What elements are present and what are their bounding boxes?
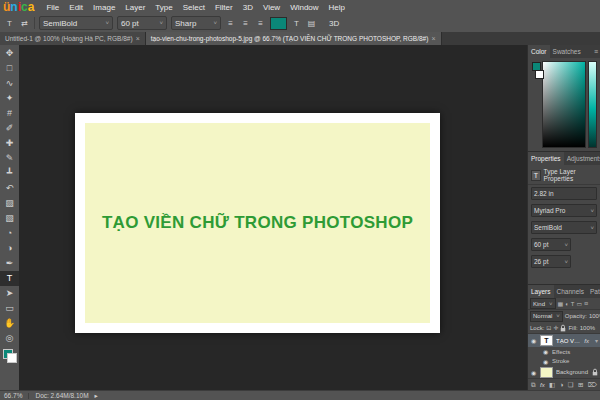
tab-adjustments[interactable]: Adjustments — [564, 152, 600, 165]
anti-alias-select[interactable]: Sharp ˅ — [171, 16, 221, 30]
filter-adjustment-icon[interactable]: ◐ — [565, 301, 569, 307]
font-style-select[interactable]: SemiBold ˅ — [39, 16, 113, 30]
type-tool[interactable]: T — [0, 271, 19, 286]
text-color-swatch[interactable] — [270, 17, 287, 30]
menu-file[interactable]: File — [41, 3, 64, 12]
blend-mode-select[interactable]: Normal ˅ — [530, 311, 563, 322]
brush-tool[interactable]: ✎ — [0, 151, 19, 166]
menu-select[interactable]: Select — [178, 3, 210, 12]
triangle-down-icon[interactable]: ▾ — [595, 337, 598, 344]
panel-menu-icon[interactable]: ≡ — [592, 45, 600, 58]
add-mask-icon[interactable]: ◧ — [549, 381, 555, 389]
menu-window[interactable]: Window — [285, 3, 323, 12]
transform-width-field[interactable]: 2.82 in — [531, 187, 597, 200]
gradient-tool[interactable]: ▧ — [0, 211, 19, 226]
toggle-panels-icon[interactable]: ▤ — [306, 19, 317, 28]
visibility-eye-icon[interactable]: ◉ — [542, 358, 549, 365]
hue-slider[interactable] — [588, 61, 597, 148]
warp-text-icon[interactable]: T — [291, 19, 302, 28]
close-icon[interactable]: × — [431, 35, 435, 42]
doc-tab-active[interactable]: tạo-vien-chu-trong-photoshop-5.jpg @ 66.… — [146, 32, 442, 45]
shape-tool[interactable]: ▭ — [0, 301, 19, 316]
tool-preset-icon[interactable]: T — [4, 19, 15, 28]
visibility-eye-icon[interactable]: ◉ — [530, 369, 537, 376]
menu-layer[interactable]: Layer — [120, 3, 150, 12]
menu-edit[interactable]: Edit — [64, 3, 88, 12]
font-style-select-props[interactable]: SemiBold ˅ — [531, 221, 597, 234]
align-left-icon[interactable]: ≡ — [225, 19, 236, 28]
align-right-icon[interactable]: ≡ — [255, 19, 266, 28]
dodge-tool[interactable]: ◑ — [0, 241, 19, 256]
lock-position-icon[interactable]: ✛ — [553, 324, 558, 331]
doc-tab-untitled[interactable]: Untitled-1 @ 100% (Hoàng Hà PC, RGB/8#) … — [0, 32, 146, 45]
leading-row: 26 pt ˅ — [528, 253, 600, 270]
hand-tool[interactable]: ✋ — [0, 316, 19, 331]
new-layer-icon[interactable]: ⊞ — [578, 381, 583, 389]
menu-help[interactable]: Help — [324, 3, 350, 12]
healing-brush-tool[interactable]: ✚ — [0, 136, 19, 151]
background-color-chip[interactable] — [7, 353, 17, 363]
tab-layers[interactable]: Layers — [528, 285, 554, 298]
canvas-area[interactable]: TẠO VIỀN CHỮ TRONG PHOTOSHOP — [19, 45, 528, 391]
filter-pixel-icon[interactable]: ▦ — [558, 300, 564, 307]
menu-view[interactable]: View — [258, 3, 285, 12]
close-icon[interactable]: × — [136, 35, 140, 42]
crop-tool[interactable]: # — [0, 106, 19, 121]
layer-row-effects[interactable]: ◉ Effects — [528, 347, 600, 357]
saturation-brightness-gradient[interactable] — [542, 61, 586, 148]
font-size-field[interactable]: 60 pt ˅ — [531, 238, 571, 251]
workspace-3d-label[interactable]: 3D — [329, 19, 339, 28]
mini-background-chip[interactable] — [535, 70, 544, 79]
menu-type[interactable]: Type — [150, 3, 177, 12]
chevron-down-icon: ˅ — [590, 208, 594, 214]
new-group-icon[interactable]: ❏ — [568, 381, 574, 389]
layer-row-stroke[interactable]: ◉ Stroke — [528, 356, 600, 366]
menu-3d[interactable]: 3D — [238, 3, 258, 12]
eraser-tool[interactable]: ▨ — [0, 196, 19, 211]
filter-smart-icon[interactable]: ⧈ — [584, 300, 588, 307]
history-brush-tool[interactable]: ↶ — [0, 181, 19, 196]
opacity-value[interactable]: 100% — [589, 313, 600, 319]
lock-icon[interactable] — [560, 324, 566, 332]
layer-row-text[interactable]: ◉ T TẠO VIỀN CHỮ TRONG... fx ▾ — [528, 334, 600, 346]
font-family-select[interactable]: Myriad Pro ˅ — [531, 204, 597, 217]
document-image[interactable]: TẠO VIỀN CHỮ TRONG PHOTOSHOP — [75, 113, 440, 333]
adjustment-layer-icon[interactable]: ◑ — [560, 381, 564, 388]
font-size-select[interactable]: 60 pt ˅ — [117, 16, 167, 30]
layer-style-icon[interactable]: fx — [540, 382, 545, 388]
marquee-tool[interactable]: □ — [0, 61, 19, 76]
filter-type-icon[interactable]: T — [571, 301, 575, 307]
tab-properties[interactable]: Properties — [528, 152, 564, 165]
delete-layer-icon[interactable]: ⌦ — [588, 381, 597, 389]
text-orientation-icon[interactable]: ⇄ — [19, 19, 30, 28]
zoom-tool[interactable]: ◎ — [0, 331, 19, 346]
menu-image[interactable]: Image — [88, 3, 120, 12]
tab-paths[interactable]: Paths — [587, 285, 600, 298]
lasso-tool[interactable]: ∿ — [0, 76, 19, 91]
blur-tool[interactable]: ◔ — [0, 226, 19, 241]
path-selection-tool[interactable]: ➤ — [0, 286, 19, 301]
fill-value[interactable]: 100% — [580, 325, 595, 331]
visibility-eye-icon[interactable]: ◉ — [530, 337, 537, 344]
filter-shape-icon[interactable]: ▭ — [577, 300, 583, 307]
move-tool[interactable]: ✥ — [0, 46, 19, 61]
link-layers-icon[interactable]: ⧉ — [531, 381, 536, 389]
tab-swatches[interactable]: Swatches — [550, 45, 584, 58]
kind-filter-select[interactable]: Kind ˅ — [530, 298, 556, 309]
lock-transparency-icon[interactable]: ⊡ — [546, 324, 551, 331]
clone-stamp-tool[interactable]: ┻ — [0, 166, 19, 181]
quick-selection-tool[interactable]: ✦ — [0, 91, 19, 106]
chevron-down-icon: ˅ — [549, 301, 553, 307]
menu-filter[interactable]: Filter — [210, 3, 238, 12]
layer-row-background[interactable]: ◉ Background — [528, 366, 600, 378]
pen-tool[interactable]: ✒ — [0, 256, 19, 271]
zoom-level[interactable]: 66.7% — [4, 392, 22, 399]
leading-field[interactable]: 26 pt ˅ — [531, 255, 571, 268]
tab-channels[interactable]: Channels — [554, 285, 587, 298]
fx-badge[interactable]: fx — [584, 338, 589, 344]
status-chevron-icon[interactable]: ▸ — [95, 392, 98, 400]
eyedropper-tool[interactable]: ✐ — [0, 121, 19, 136]
tab-color[interactable]: Color — [528, 45, 550, 58]
align-center-icon[interactable]: ≡ — [240, 19, 251, 28]
visibility-eye-icon[interactable]: ◉ — [542, 348, 549, 355]
